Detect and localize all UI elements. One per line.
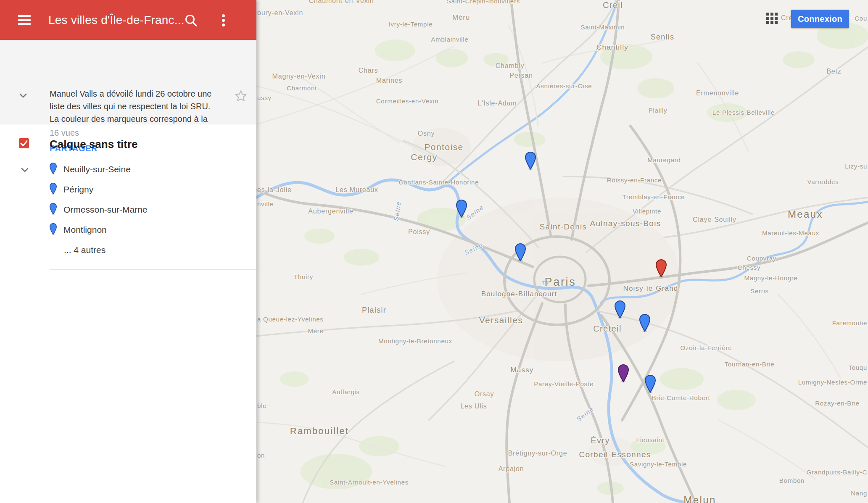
map-place-label: Chantilly: [596, 43, 628, 52]
map-place-label: Chaumont-en-Vexin: [309, 0, 374, 5]
map-place-label: Marines: [376, 77, 403, 84]
map-place-label: Boulogne-Billancourt: [481, 290, 557, 298]
layer-item-label: Neuilly-sur-Seine: [63, 164, 131, 174]
map-place-label: Grandpuits-Bailly-C: [807, 469, 867, 476]
map-place-label: Saint-Arnoult-en-Yvelines: [330, 479, 409, 486]
map-place-label: Tournan-en-Brie: [725, 361, 775, 368]
map-place-label: Claye-Souilly: [693, 216, 736, 224]
map-place-label: Serris: [750, 287, 769, 295]
map-marker-blue-5[interactable]: [615, 300, 625, 320]
map-place-label: Chambly: [496, 62, 525, 70]
map-place-label: Varreddes: [807, 178, 839, 185]
map-place-label: es-la-Jolie: [257, 186, 292, 194]
map-marker-blue-6[interactable]: [639, 314, 650, 334]
map-place-label: Évry: [591, 436, 610, 445]
map-place-label: Cou: [855, 15, 867, 22]
map-place-label: Persan: [509, 72, 533, 79]
map-place-label: Rambouillet: [290, 426, 349, 437]
map-place-label: Mauregard: [647, 156, 681, 163]
map-place-label: Aulnay-sous-Bois: [590, 219, 661, 228]
map-marker-blue-8[interactable]: [645, 375, 656, 395]
map-place-label: Melun: [683, 494, 716, 503]
map-place-label: ble: [257, 402, 266, 409]
layer-item-2[interactable]: Périgny: [50, 179, 93, 200]
map-place-label: Rozay-en-Brie: [815, 400, 860, 407]
map-place-label: Bombon: [779, 477, 805, 484]
map-place-label: Betz: [826, 68, 841, 75]
map-place-label: Auffargis: [332, 388, 360, 395]
map-place-label: ussy: [257, 94, 272, 101]
collapse-description-chevron-icon[interactable]: [17, 90, 29, 102]
layer-visibility-checkbox[interactable]: [19, 138, 29, 148]
map-place-label: Brie-Comte-Robert: [652, 394, 710, 401]
hamburger-menu-icon[interactable]: [18, 15, 31, 25]
map-place-label: Creil: [603, 0, 623, 10]
map-place-label: Touqu: [848, 364, 867, 371]
map-place-label: Cergy: [411, 152, 437, 162]
map-canvas[interactable]: Chaumont-en-VexinSaint-Crépin-Ibouviller…: [256, 0, 868, 503]
map-place-label: Chessy: [738, 264, 761, 271]
map-place-label: Lumigny-Nesles-Orme: [798, 379, 867, 386]
map-place-label: Versailles: [479, 315, 523, 325]
map-place-label: Aubergenville: [308, 208, 353, 215]
map-marker-blue-1[interactable]: [525, 152, 536, 171]
map-place-label: Thoiry: [294, 273, 313, 280]
more-options-icon[interactable]: [215, 13, 231, 29]
map-place-label: Le Plessis-Belleville: [712, 109, 775, 116]
map-place-label: Conflans-Sainte-Honorine: [399, 179, 479, 186]
map-place-label: Ermenonville: [696, 90, 739, 97]
layer-item-label: Ormesson-sur-Marne: [63, 205, 148, 215]
map-place-label: Corbeil-Essonnes: [579, 450, 651, 459]
layer-item-3[interactable]: Ormesson-sur-Marne: [50, 200, 148, 220]
apps-grid-icon[interactable]: [766, 13, 778, 24]
layer-item-4[interactable]: Montlignon: [50, 220, 107, 240]
views-count: 16 vues: [50, 128, 79, 138]
map-place-label: Villepinte: [633, 208, 661, 215]
map-place-label: Magny-le-Hongre: [744, 274, 797, 282]
show-more-items[interactable]: ... 4 autres: [64, 245, 106, 255]
map-place-label: Nang: [851, 490, 867, 497]
map-marker-blue-2[interactable]: [456, 200, 467, 219]
map-place-label: Cormeilles-en-Vexin: [376, 97, 438, 105]
map-marker-purple-7[interactable]: [618, 364, 629, 384]
map-place-label: Méru: [452, 13, 470, 22]
list-divider: [50, 269, 256, 270]
map-place-label: Coupvray: [747, 255, 776, 262]
map-place-label: Ivry-le-Temple: [389, 21, 433, 28]
map-place-label: Saint-Denis: [540, 222, 587, 232]
marker-pin-icon: [50, 223, 57, 237]
marker-pin-icon: [50, 203, 57, 216]
layer-title: Calque sans titre: [50, 138, 138, 151]
map-place-label: Paray-Vieille-Poste: [534, 380, 594, 387]
layer-item-1[interactable]: Neuilly-sur-Seine: [50, 159, 131, 179]
map-place-label: Méré: [308, 327, 323, 334]
sign-in-button[interactable]: Connexion: [791, 10, 849, 28]
star-icon[interactable]: [234, 89, 248, 105]
map-place-label: Massy: [510, 366, 533, 374]
map-place-label: nville: [257, 200, 274, 208]
map-place-label: Tremblay-en-France: [623, 193, 685, 200]
description-panel: Manuel Valls a dévoilé lundi 26 octobre …: [0, 40, 256, 124]
map-place-label: Mareuil-lès-Meaux: [762, 229, 819, 237]
map-place-label: Lizy-su: [845, 163, 867, 170]
map-marker-red-4[interactable]: [656, 259, 667, 279]
map-place-label: Pontoise: [424, 142, 463, 152]
map-place-label: Brétigny-sur-Orge: [508, 450, 567, 457]
map-place-label: Orsay: [475, 390, 494, 398]
map-place-label: Créteil: [593, 324, 622, 334]
map-place-label: on: [257, 452, 265, 459]
app-header: Les villes d'Île-de-Franc...: [0, 0, 256, 40]
map-place-label: Senlis: [651, 33, 675, 42]
search-icon[interactable]: [183, 13, 199, 29]
sidebar-panel: Les villes d'Île-de-Franc... Manuel Vall…: [0, 0, 256, 503]
map-marker-blue-3[interactable]: [515, 243, 526, 263]
map-place-label: L'Isle-Adam: [478, 100, 517, 107]
map-place-label: Amblainville: [431, 36, 468, 43]
map-place-label: Poissy: [408, 228, 430, 236]
collapse-layer-chevron-icon[interactable]: [18, 165, 31, 176]
map-place-label: Plaisir: [362, 306, 386, 315]
layer-item-label: Périgny: [63, 184, 93, 195]
map-place-label: Lieusaint: [636, 436, 665, 443]
map-place-label: Saint-Maximin: [581, 24, 625, 31]
layer-item-label: Montlignon: [63, 225, 107, 235]
